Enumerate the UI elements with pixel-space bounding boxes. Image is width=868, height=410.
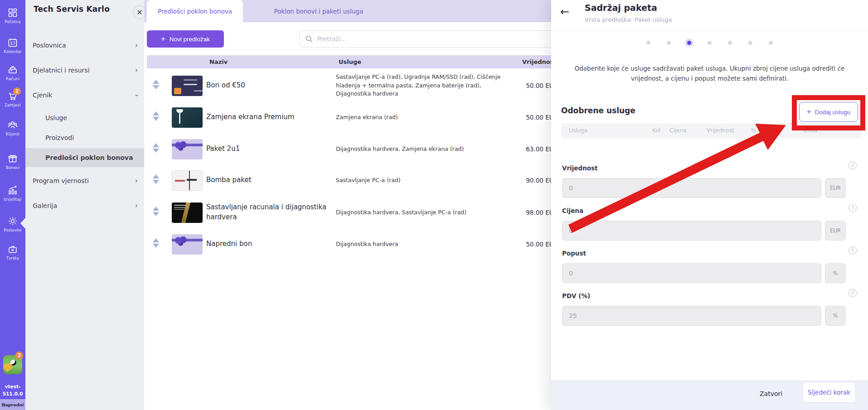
sidebar-item-predlosci-poklon-bonova[interactable]: Predlošci poklon bonova <box>25 148 144 167</box>
rail-item-izvjestaji[interactable]: Izvještaji <box>0 185 25 202</box>
popust-unit: % <box>825 263 846 283</box>
rail-item-racuni[interactable]: Računi <box>0 64 25 81</box>
gift-icon <box>7 153 18 164</box>
voucher-name: Zamjena ekrana Premium <box>206 101 330 133</box>
back-arrow-icon[interactable]: ← <box>560 5 569 18</box>
step-dot-active <box>687 41 691 45</box>
sidebar-item-cjenik[interactable]: Cjenik › <box>25 88 144 102</box>
plan-badge: Napredni <box>0 399 25 410</box>
rail-item-kalendar[interactable]: 17 Kalendar <box>0 37 25 54</box>
sort-down-icon <box>153 212 159 216</box>
voucher-name: Paket 2u1 <box>206 133 330 165</box>
step-dot <box>769 41 773 45</box>
new-template-label: Novi predložak <box>170 36 210 43</box>
rail-item-pocetna[interactable]: Početna <box>0 7 25 24</box>
sort-down-icon <box>153 180 159 184</box>
close-button[interactable]: Zatvori <box>760 390 782 397</box>
rail-label: Bonovi <box>6 165 19 170</box>
vrijednost-input[interactable]: 0 <box>562 178 821 198</box>
calendar-icon: 17 <box>7 37 18 48</box>
sidebar-item-usluge[interactable]: Usluge <box>25 111 144 125</box>
sort-up-icon <box>153 238 159 242</box>
tab-label: Predlošci poklon bonova <box>158 8 232 15</box>
field-label-popust: Popust <box>562 250 586 257</box>
table-row[interactable]: Napredni bon Dijagnostika hardvera 50.00… <box>144 228 602 260</box>
step-dot <box>748 41 752 45</box>
sidebar-item-djelatnici[interactable]: Djelatnici i resursi › <box>25 63 144 77</box>
sidebar-item-label: Djelatnici i resursi <box>33 67 135 74</box>
voucher-value: 50.00 EUR <box>490 101 558 133</box>
row-sort-handle[interactable] <box>152 174 160 184</box>
pdv-unit: % <box>825 306 846 326</box>
panel-subtitle: Vrsta predloška: Paket usluga <box>585 16 672 23</box>
rail-item-klijenti[interactable]: Klijenti <box>0 120 25 136</box>
chevron-right-icon: › <box>135 42 138 49</box>
step-dot <box>646 41 650 45</box>
close-icon: ✕ <box>136 8 142 17</box>
col-kol: Kol <box>652 127 660 134</box>
sidebar-item-galerija[interactable]: Galerija › <box>25 199 144 212</box>
tab-predlosci-poklon-bonova[interactable]: Predlošci poklon bonova <box>147 0 243 22</box>
voucher-services: Dijagnostika hardvera, Sastavljanje PC-a… <box>336 197 504 228</box>
voucher-thumbnail <box>172 170 203 191</box>
step-description: Odaberite koje će usluge sadržavati pake… <box>566 63 853 84</box>
rail-label: Klijenti <box>6 132 20 136</box>
rail-label: Postavke <box>4 228 21 232</box>
panel-title: Sadržaj paketa <box>585 3 657 13</box>
row-sort-handle[interactable] <box>152 80 160 89</box>
avatar-badge: 2 <box>15 352 23 359</box>
voucher-services: Zamjena ekrana (rad) <box>336 101 504 133</box>
step-dot <box>708 41 712 45</box>
rail-label: Zahtjevi <box>5 103 21 107</box>
popust-input[interactable]: 0 <box>562 263 821 283</box>
row-sort-handle[interactable] <box>152 238 160 248</box>
close-sidebar-button[interactable]: ✕ <box>133 5 146 19</box>
table-row[interactable]: Zamjena ekrana Premium Zamjena ekrana (r… <box>144 101 602 133</box>
voucher-thumbnail <box>172 203 203 223</box>
field-label-pdv: PDV (%) <box>562 292 590 299</box>
col-cijena: Cijena <box>669 127 686 134</box>
rail-item-zahtjevi[interactable]: Zahtjevi 2 <box>0 91 25 107</box>
sort-down-icon <box>153 85 159 89</box>
requests-badge: 2 <box>13 87 21 95</box>
active-rail-notch <box>20 218 25 229</box>
people-icon <box>7 120 18 130</box>
voucher-value: 63.00 EUR <box>490 133 558 165</box>
cijena-input[interactable]: 0 <box>562 221 821 241</box>
vrijednost-unit: EUR <box>825 178 846 198</box>
help-icon[interactable]: ? <box>849 161 857 169</box>
new-template-button[interactable]: + Novi predložak <box>147 30 224 48</box>
sidebar-item-program-vjernosti[interactable]: Program vjernosti › <box>25 174 144 188</box>
table-row[interactable]: Paket 2u1 Dijagnostika hardvera, Zamjena… <box>144 133 602 165</box>
table-row[interactable]: Bomba paket Sastavljanje PC-a (rad) 90.0… <box>144 164 602 196</box>
sidebar-item-label: Program vjernosti <box>33 177 135 184</box>
help-icon[interactable]: ? <box>849 204 857 212</box>
rail-item-tvrtka[interactable]: Tvrtka <box>0 244 25 260</box>
table-row[interactable]: Bon od €50 Sastavljanje PC-a (rad), Ugra… <box>144 70 602 101</box>
sidebar-item-proizvodi[interactable]: Proizvodi <box>25 131 144 145</box>
voucher-name: Bon od €50 <box>206 70 330 101</box>
sidebar-item-label: Galerija <box>33 202 135 209</box>
rail-item-bonovi[interactable]: Bonovi <box>0 153 25 170</box>
section-title: Odobrene usluge <box>561 106 635 115</box>
pdv-input[interactable]: 25 <box>562 306 821 326</box>
chevron-right-icon: › <box>135 203 138 209</box>
panel-footer: Zatvori Sljedeći korak <box>551 380 868 410</box>
tab-label: Poklon bonovi i paketi usluga <box>274 8 364 15</box>
row-sort-handle[interactable] <box>152 143 160 153</box>
voucher-services: Sastavljanje PC-a (rad), Ugradnja RAM/SS… <box>336 70 504 101</box>
sort-down-icon <box>153 117 159 121</box>
table-row[interactable]: Sastavljanje racunala i dijagnostika har… <box>144 197 602 228</box>
help-icon[interactable]: ? <box>849 289 857 297</box>
help-icon[interactable]: ? <box>849 246 857 255</box>
voucher-thumbnail <box>172 76 203 96</box>
voucher-value: 98.00 EUR <box>490 197 558 228</box>
tab-poklon-bonovi-i-paketi[interactable]: Poklon bonovi i paketi usluga <box>253 0 384 22</box>
next-step-button[interactable]: Sljedeći korak <box>802 382 856 403</box>
row-sort-handle[interactable] <box>152 207 160 216</box>
sidebar-item-label: Cjenik <box>33 92 135 99</box>
sidebar-item-poslovnica[interactable]: Poslovnica › <box>25 39 144 52</box>
rail-label: Početna <box>5 19 20 24</box>
voucher-thumbnail <box>172 234 203 255</box>
row-sort-handle[interactable] <box>152 111 160 121</box>
